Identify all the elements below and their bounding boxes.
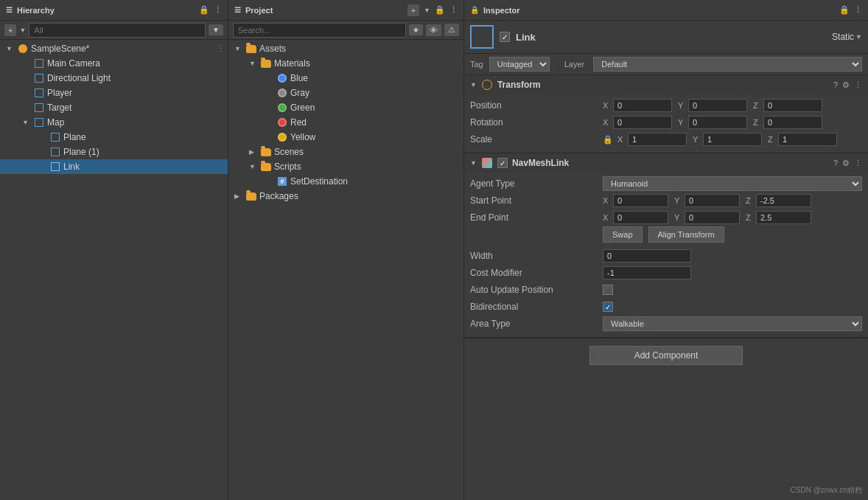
align-transform-button[interactable]: Align Transform	[648, 226, 724, 243]
hierarchy-item-map[interactable]: ▼ Map	[0, 115, 228, 130]
hierarchy-search-input[interactable]	[29, 23, 206, 38]
project-item-blue[interactable]: ▶ Blue	[228, 71, 463, 86]
project-eye-btn[interactable]: 👁	[426, 24, 441, 36]
transform-section: ▼ Transform ? ⚙ ⋮ Position X	[464, 75, 868, 153]
bidirectional-checkbox[interactable]	[603, 302, 613, 312]
area-type-dropdown[interactable]: Walkable	[603, 316, 862, 331]
cost-modifier-input[interactable]	[603, 266, 691, 279]
project-lock-icon[interactable]: 🔒	[435, 5, 445, 15]
material-red-icon	[276, 117, 288, 128]
cube-obj-icon	[49, 131, 61, 143]
transform-settings-icon[interactable]: ⚙	[842, 80, 850, 90]
hierarchy-tab-icon: ☰	[6, 6, 13, 14]
rotation-z-input[interactable]	[763, 116, 822, 129]
material-blue-icon	[276, 72, 288, 84]
position-row: Position X Y Z	[470, 97, 862, 114]
project-item-yellow[interactable]: ▶ Yellow	[228, 130, 463, 145]
add-component-button[interactable]: Add Component	[589, 346, 743, 365]
hierarchy-lock-icon[interactable]: 🔒	[199, 5, 209, 15]
scale-y-input[interactable]	[703, 133, 762, 146]
transform-header[interactable]: ▼ Transform ? ⚙ ⋮	[464, 75, 868, 94]
folder-icon-materials	[260, 58, 272, 69]
start-z-input[interactable]	[756, 194, 811, 207]
scale-z-label: Z	[768, 135, 778, 144]
scene-menu-icon[interactable]: ⋮	[217, 44, 228, 54]
navmesh-active-checkbox[interactable]	[497, 158, 508, 168]
project-item-assets[interactable]: ▼ Assets	[228, 41, 463, 56]
pos-x-label: X	[603, 101, 613, 110]
scale-lock-icon[interactable]: 🔒	[603, 135, 617, 145]
width-input[interactable]	[603, 249, 691, 263]
hierarchy-item-directionallight[interactable]: ▶ Directional Light	[0, 71, 228, 86]
hierarchy-header: ☰ Hierarchy 🔒 ⋮	[0, 0, 228, 21]
project-item-materials[interactable]: ▼ Materials	[228, 56, 463, 71]
end-z-input[interactable]	[756, 211, 811, 224]
navmesh-menu-icon[interactable]: ⋮	[854, 159, 862, 168]
project-item-scenes[interactable]: ▶ Scenes	[228, 145, 463, 159]
inspector-obj-header: Link Static ▼	[464, 21, 868, 54]
hierarchy-add-arrow[interactable]: ▼	[19, 27, 26, 34]
project-item-gray[interactable]: ▶ Gray	[228, 86, 463, 100]
hierarchy-item-link[interactable]: ▶ Link	[0, 159, 228, 174]
inspector-lock-icon[interactable]: 🔒	[839, 5, 850, 15]
hierarchy-item-maincamera[interactable]: ▶ Main Camera	[0, 56, 228, 71]
project-search-input[interactable]	[233, 23, 406, 38]
arrow-icon: ▶	[249, 148, 258, 156]
project-add-arrow[interactable]: ▼	[424, 7, 430, 14]
auto-update-row: Auto Update Position	[470, 282, 862, 298]
cube-obj-icon	[33, 87, 45, 99]
tag-dropdown[interactable]: Untagged	[489, 57, 550, 72]
agent-type-dropdown[interactable]: Humanoid	[603, 176, 862, 191]
inspector-panel: 🔒 Inspector 🔒 ⋮ Link Static ▼ Tag	[464, 0, 868, 500]
hierarchy-filter-button[interactable]: ▼	[209, 24, 223, 35]
object-cube-icon	[470, 25, 494, 49]
script-icon: #	[276, 176, 288, 187]
arrow-icon: ▼	[6, 45, 15, 52]
layer-dropdown[interactable]: Default	[593, 57, 862, 72]
auto-update-checkbox[interactable]	[603, 285, 613, 295]
navmeshlink-header[interactable]: ▼ NavMeshLink ? ⚙ ⋮	[464, 153, 868, 173]
transform-help-icon[interactable]: ?	[833, 80, 838, 89]
position-y-input[interactable]	[688, 99, 747, 112]
navmesh-settings-icon[interactable]: ⚙	[842, 159, 850, 168]
end-x-input[interactable]	[613, 211, 668, 224]
static-button[interactable]: Static ▼	[832, 32, 862, 42]
rotation-y-input[interactable]	[688, 116, 747, 129]
position-z-input[interactable]	[763, 99, 822, 112]
navmesh-help-icon[interactable]: ?	[833, 159, 838, 167]
start-x-input[interactable]	[613, 194, 668, 207]
scale-x-label: X	[617, 135, 628, 144]
hierarchy-menu-icon[interactable]: ⋮	[214, 5, 222, 15]
object-active-checkbox[interactable]	[500, 32, 510, 42]
project-item-green[interactable]: ▶ Green	[228, 100, 463, 115]
project-menu-icon[interactable]: ⋮	[449, 5, 458, 15]
hierarchy-item-plane[interactable]: ▶ Plane	[0, 130, 228, 145]
project-item-packages[interactable]: ▶ Packages	[228, 189, 463, 204]
rot-z-label: Z	[753, 118, 763, 127]
scale-z-input[interactable]	[778, 133, 837, 146]
project-filter-btn[interactable]: ★	[409, 24, 423, 35]
hierarchy-add-button[interactable]: +	[4, 24, 16, 36]
end-y-input[interactable]	[685, 211, 740, 224]
project-item-red[interactable]: ▶ Red	[228, 115, 463, 130]
project-tab-icon: ☰	[234, 6, 241, 14]
hierarchy-item-target[interactable]: ▶ Target	[0, 100, 228, 115]
swap-button[interactable]: Swap	[603, 226, 643, 243]
material-gray-icon	[276, 87, 288, 99]
arrow-icon: ▼	[249, 60, 258, 67]
project-warn-btn[interactable]: ⚠	[444, 24, 459, 36]
rotation-x-input[interactable]	[613, 116, 672, 129]
project-add-button[interactable]: +	[407, 4, 419, 16]
position-x-input[interactable]	[613, 99, 672, 112]
hierarchy-item-plane1[interactable]: ▶ Plane (1)	[0, 145, 228, 159]
transform-menu-icon[interactable]: ⋮	[854, 80, 862, 90]
inspector-menu-icon[interactable]: ⋮	[854, 5, 862, 15]
hierarchy-item-samplescene[interactable]: ▼ SampleScene* ⋮	[0, 41, 228, 56]
project-item-scripts[interactable]: ▼ Scripts	[228, 159, 463, 174]
start-y-input[interactable]	[685, 194, 740, 207]
scale-x-input[interactable]	[628, 133, 687, 146]
hierarchy-item-player[interactable]: ▶ Player	[0, 86, 228, 100]
rot-y-label: Y	[678, 118, 688, 127]
project-header: ☰ Project + ▼ 🔒 ⋮	[228, 0, 463, 21]
project-item-setdestination[interactable]: ▶ # SetDestination	[228, 174, 463, 189]
